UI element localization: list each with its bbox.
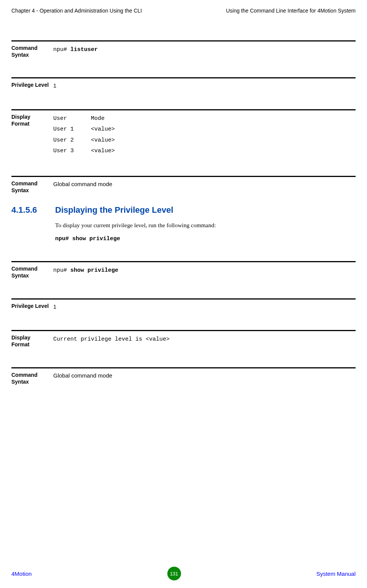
privilege-level-block-2: Privilege Level 1 — [11, 298, 356, 311]
value-command-mode: Global command mode — [53, 180, 356, 189]
command-syntax-block-2: Command Syntax npu# show privilege — [11, 261, 356, 279]
display-format-block-1: Display Format User Mode User 1 <value> … — [11, 109, 356, 157]
display-format-block-2: Display Format Current privilege level i… — [11, 330, 356, 348]
header-right: Using the Command Line Interface for 4Mo… — [226, 8, 356, 14]
value-privilege-level-2: 1 — [53, 303, 356, 311]
command-text: listuser — [70, 46, 98, 53]
command-mode-block-2: Command Syntax Global command mode — [11, 367, 356, 385]
value-command-syntax: npu# listuser — [53, 45, 356, 56]
footer-right: System Manual — [316, 570, 356, 577]
section-heading: 4.1.5.6 Displaying the Privilege Level — [11, 205, 356, 215]
section-body: To display your current privilege level,… — [55, 222, 356, 229]
prompt: npu# — [53, 46, 70, 53]
section-title: Displaying the Privilege Level — [55, 205, 173, 215]
value-display-format-2: Current privilege level is <value> — [53, 334, 356, 345]
header-left: Chapter 4 - Operation and Administration… — [11, 8, 142, 14]
value-command-mode-2: Global command mode — [53, 371, 356, 380]
label-command-syntax-2: Command Syntax — [11, 265, 53, 279]
label-privilege-level-2: Privilege Level — [11, 303, 53, 309]
label-command-syntax: Command Syntax — [11, 45, 53, 58]
label-privilege-level: Privilege Level — [11, 81, 53, 88]
page-number-badge: 131 — [167, 567, 181, 580]
command-text-2: show privilege — [70, 267, 118, 274]
label-command-mode-2: Command Syntax — [11, 371, 53, 385]
value-display-format: User Mode User 1 <value> User 2 <value> … — [53, 113, 356, 157]
privilege-level-block-1: Privilege Level 1 — [11, 77, 356, 90]
value-command-syntax-2: npu# show privilege — [53, 265, 356, 276]
command-mode-block-1: Command Syntax Global command mode — [11, 176, 356, 194]
section-number: 4.1.5.6 — [11, 205, 55, 215]
label-display-format: Display Format — [11, 113, 53, 127]
prompt-2: npu# — [53, 267, 70, 274]
label-display-format-2: Display Format — [11, 334, 53, 348]
value-privilege-level: 1 — [53, 81, 356, 90]
page-header: Chapter 4 - Operation and Administration… — [11, 8, 356, 14]
section-command: npu# show privilege — [55, 236, 356, 242]
page-footer: 4Motion 131 System Manual — [0, 567, 367, 580]
command-syntax-block-1: Command Syntax npu# listuser — [11, 40, 356, 58]
label-command-mode: Command Syntax — [11, 180, 53, 194]
footer-left: 4Motion — [11, 570, 32, 577]
